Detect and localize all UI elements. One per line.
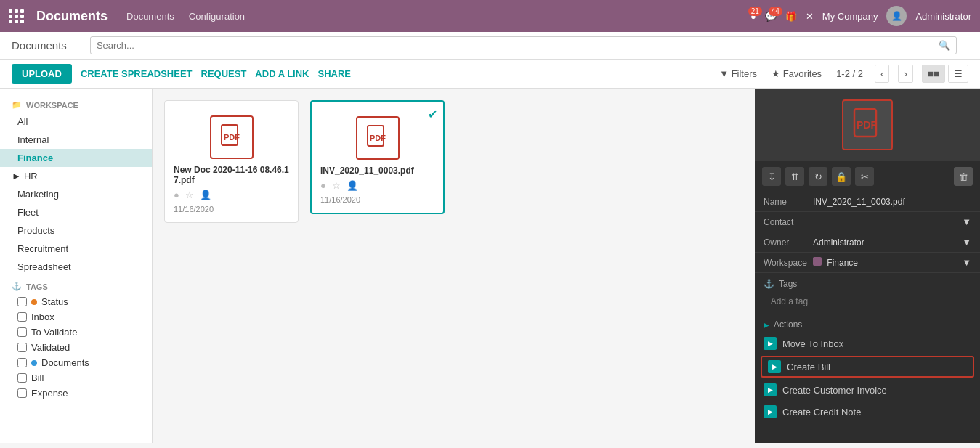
svg-text:PDF: PDF	[370, 134, 386, 142]
search-bar[interactable]: 🔍	[90, 36, 957, 54]
doc-star-icon-1[interactable]: ☆	[332, 180, 341, 191]
doc-name-0: New Doc 2020-11-16 08.46.17.pdf	[174, 165, 289, 185]
tag-expense-checkbox[interactable]	[17, 388, 27, 398]
grid-view-button[interactable]: ■■	[922, 65, 945, 83]
nav-configuration[interactable]: Configuration	[189, 11, 245, 22]
list-view-button[interactable]: ☰	[948, 65, 968, 83]
sidebar: 📁 WORKSPACE All Internal Finance ► HR Ma…	[0, 89, 153, 443]
sidebar-item-products[interactable]: Products	[0, 221, 152, 240]
tag-status-item[interactable]: Status	[0, 294, 152, 309]
action-create-bill[interactable]: ▶ Create Bill	[761, 356, 974, 378]
tag-status-checkbox[interactable]	[17, 297, 27, 306]
request-button[interactable]: REQUEST	[201, 68, 247, 79]
panel-name-value: INV_2020_11_0003.pdf	[813, 197, 971, 207]
close-icon[interactable]: ✕	[806, 11, 814, 22]
panel-scissors-btn[interactable]: ✂	[855, 167, 874, 186]
panel-share-btn[interactable]: ⇈	[785, 167, 804, 186]
chat-badge[interactable]: 💬 44	[765, 11, 777, 22]
next-page-button[interactable]: ›	[898, 65, 912, 83]
tag-tovalidate-checkbox[interactable]	[17, 327, 27, 337]
panel-sync-btn[interactable]: ↻	[809, 167, 827, 186]
upload-button[interactable]: UPLOAD	[12, 64, 72, 84]
pagination-info: 1-2 / 2	[836, 68, 863, 79]
filter-icon: ▼	[719, 68, 729, 79]
panel-tag-add[interactable]: + Add a tag	[755, 292, 980, 314]
folder-icon: 📁	[12, 100, 22, 110]
tag-validated-checkbox[interactable]	[17, 343, 27, 352]
doc-user-icon-1[interactable]: 👤	[347, 180, 358, 191]
nav-documents[interactable]: Documents	[126, 11, 174, 22]
search-icon: 🔍	[939, 40, 950, 51]
tag-documents-item[interactable]: Documents	[0, 355, 152, 370]
sidebar-item-recruitment[interactable]: Recruitment	[0, 240, 152, 258]
view-toggle: ■■ ☰	[922, 65, 968, 83]
sidebar-item-hr[interactable]: ► HR	[0, 167, 152, 185]
panel-workspace-dropdown[interactable]: ▼	[962, 257, 971, 268]
panel-owner-label: Owner	[764, 237, 807, 248]
activity-badge[interactable]: ● 21	[750, 11, 756, 22]
tag-tovalidate-item[interactable]: To Validate	[0, 325, 152, 340]
filters-button[interactable]: ▼ Filters	[719, 68, 757, 79]
doc-card-0[interactable]: PDF New Doc 2020-11-16 08.46.17.pdf ● ☆ …	[164, 100, 299, 223]
page-title: Documents	[12, 39, 67, 52]
content-area: PDF New Doc 2020-11-16 08.46.17.pdf ● ☆ …	[153, 89, 755, 443]
tag-inbox-checkbox[interactable]	[17, 312, 27, 322]
panel-workspace-label: Workspace	[764, 258, 807, 268]
tags-section-title: ⚓ TAGS	[0, 276, 152, 294]
doc-settings-icon-1[interactable]: ●	[320, 180, 326, 191]
sidebar-item-marketing[interactable]: Marketing	[0, 185, 152, 203]
main-layout: 📁 WORKSPACE All Internal Finance ► HR Ma…	[0, 89, 980, 443]
panel-download-btn[interactable]: ↧	[762, 167, 781, 186]
create-spreadsheet-button[interactable]: CREATE SPREADSHEET	[81, 68, 193, 79]
add-link-button[interactable]: ADD A LINK	[255, 68, 309, 79]
panel-lock-btn[interactable]: 🔒	[832, 167, 851, 186]
doc-star-icon-0[interactable]: ☆	[185, 190, 194, 200]
gift-icon[interactable]: 🎁	[785, 11, 797, 22]
sub-header: Documents 🔍	[0, 32, 980, 60]
user-avatar[interactable]: 👤	[886, 6, 907, 26]
pdf-icon-1: PDF	[356, 116, 400, 160]
app-grid-icon[interactable]	[9, 9, 25, 23]
tag-documents-checkbox[interactable]	[17, 358, 27, 367]
doc-settings-icon-0[interactable]: ●	[174, 190, 179, 200]
sidebar-item-internal[interactable]: Internal	[0, 131, 152, 149]
panel-contact-dropdown[interactable]: ▼	[962, 216, 971, 227]
activity-count: 21	[748, 7, 762, 16]
action-create-customer-invoice[interactable]: ▶ Create Customer Invoice	[755, 379, 980, 401]
share-button[interactable]: SHARE	[318, 68, 352, 79]
panel-pdf-icon: PDF	[842, 99, 893, 150]
tag-bill-checkbox[interactable]	[17, 373, 27, 383]
action-play-icon-0: ▶	[764, 337, 777, 350]
panel-workspace-value: Finance	[813, 257, 956, 268]
favorites-button[interactable]: ★ Favorites	[772, 68, 822, 79]
sidebar-item-all[interactable]: All	[0, 113, 152, 131]
pdf-icon-0: PDF	[210, 115, 254, 159]
action-create-credit-note[interactable]: ▶ Create Credit Note	[755, 401, 980, 423]
search-input[interactable]	[97, 40, 939, 51]
user-name[interactable]: Administrator	[915, 11, 971, 22]
sidebar-item-finance[interactable]: Finance	[0, 149, 152, 167]
tag-icon: ⚓	[12, 282, 22, 291]
prev-page-button[interactable]: ‹	[875, 65, 889, 83]
top-nav: Documents Documents Configuration ● 21 💬…	[0, 0, 980, 32]
panel-name-field: Name INV_2020_11_0003.pdf	[755, 192, 980, 212]
tag-inbox-item[interactable]: Inbox	[0, 309, 152, 325]
doc-card-1[interactable]: ✔ PDF INV_2020_11_0003.pdf ● ☆ 👤 11/16/2…	[310, 100, 445, 214]
panel-owner-field[interactable]: Owner Administrator ▼	[755, 232, 980, 253]
tag-expense-item[interactable]: Expense	[0, 386, 152, 401]
doc-date-0: 11/16/2020	[174, 205, 289, 213]
panel-owner-dropdown[interactable]: ▼	[962, 237, 971, 248]
panel-workspace-field[interactable]: Workspace Finance ▼	[755, 253, 980, 273]
tag-validated-item[interactable]: Validated	[0, 340, 152, 355]
card-actions-0: ● ☆ 👤	[174, 190, 289, 200]
company-name[interactable]: My Company	[822, 11, 878, 22]
right-panel: PDF ↧ ⇈ ↻ 🔒 ✂ 🗑 Name INV_2020_11_0003.pd…	[755, 89, 980, 443]
panel-contact-field[interactable]: Contact ▼	[755, 212, 980, 232]
sidebar-item-fleet[interactable]: Fleet	[0, 203, 152, 221]
action-move-to-inbox[interactable]: ▶ Move To Inbox	[755, 333, 980, 354]
tag-bill-item[interactable]: Bill	[0, 370, 152, 386]
doc-user-icon-0[interactable]: 👤	[200, 190, 211, 200]
nav-links: Documents Configuration	[126, 11, 245, 22]
sidebar-item-spreadsheet[interactable]: Spreadsheet	[0, 258, 152, 276]
panel-delete-btn[interactable]: 🗑	[954, 167, 973, 186]
